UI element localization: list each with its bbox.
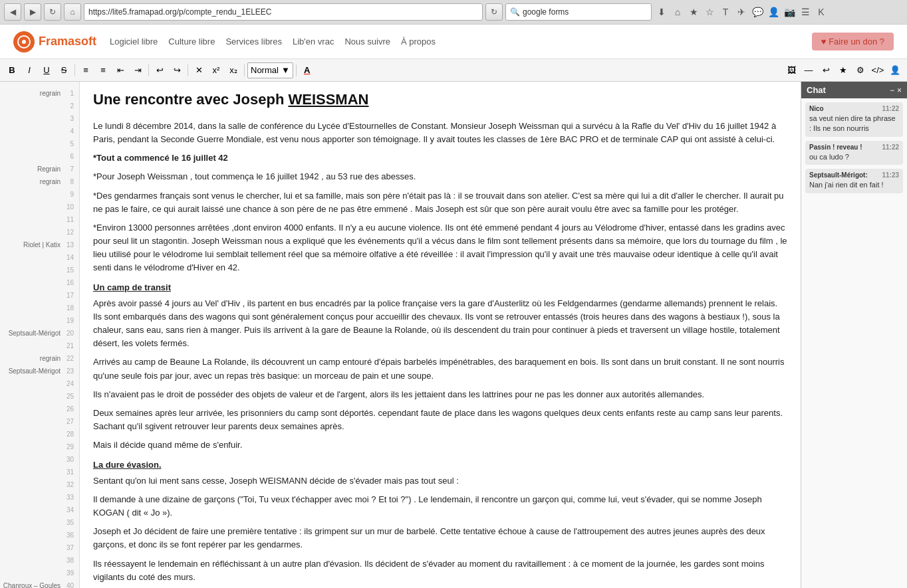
donate-button[interactable]: ♥ Faire un don ? [812, 33, 894, 50]
text-icon[interactable]: T [718, 5, 733, 19]
settings-button[interactable]: ⚙ [852, 62, 868, 78]
chat-messages: Nico11:22sa veut nien dire ta phrase : I… [801, 98, 907, 588]
refresh-button[interactable]: ↻ [44, 3, 61, 21]
chat-message-text: ou ca ludo ? [809, 152, 899, 162]
chat-message: Passin ! reveau !11:22ou ca ludo ? [805, 141, 903, 165]
indent-more-button[interactable]: ⇥ [130, 62, 146, 78]
unordered-list-button[interactable]: ≡ [95, 62, 111, 78]
chat-header: Chat − × [801, 82, 907, 98]
nav-services-libres[interactable]: Services libres [225, 37, 282, 47]
hr-button[interactable]: — [801, 62, 817, 78]
nav-lib-en-vrac[interactable]: Lib'en vrac [293, 37, 334, 47]
bold-button[interactable]: B [4, 62, 20, 78]
gutter-num: 24 [63, 380, 74, 387]
browser-icons: ⬇ ⌂ ★ ☆ T ✈ 💬 👤 📷 ☰ K [654, 5, 829, 19]
subscript-button[interactable]: x₂ [225, 62, 241, 78]
user-icon[interactable]: 👤 [766, 5, 781, 19]
gutter-line: 16 [3, 276, 76, 289]
gutter-num: 29 [63, 443, 74, 450]
browser-top-bar: ◀ ▶ ↻ ⌂ https://lite5.framapad.org/p/com… [0, 0, 907, 24]
star-button[interactable]: ★ [835, 62, 851, 78]
reload-button[interactable]: ↻ [485, 3, 503, 21]
gutter-num: 21 [63, 342, 74, 349]
gutter-num: 26 [63, 405, 74, 413]
gutter-line: 12 [3, 226, 76, 239]
gutter-num: 11 [63, 216, 74, 223]
gutter-line: Septsault-Mérigot20 [3, 327, 76, 340]
strikethrough-button[interactable]: S [56, 62, 72, 78]
separator-2 [148, 64, 149, 76]
forward-button[interactable]: ▶ [24, 3, 41, 21]
gutter-label: Regrain [37, 165, 61, 173]
gutter-line: 25 [3, 390, 76, 403]
gutter-num: 4 [63, 128, 74, 135]
camera-icon[interactable]: 📷 [782, 5, 797, 19]
gutter-line: 33 [3, 491, 76, 504]
doc-paragraph: *Pour Joseph Weissman , tout commença le… [93, 170, 787, 183]
address-bar[interactable]: https://lite5.framapad.org/p/compte_rend… [84, 3, 483, 21]
chat-icon[interactable]: 💬 [750, 5, 765, 19]
gutter-num: 13 [63, 241, 74, 248]
framasoft-nav: Logiciel libre Culture libre Services li… [110, 37, 812, 47]
underline-button[interactable]: U [39, 62, 55, 78]
link-button[interactable]: ↩ [818, 62, 834, 78]
nav-a-propos[interactable]: À propos [401, 37, 436, 47]
font-color-button[interactable]: A [299, 62, 315, 78]
gutter-line: 38 [3, 554, 76, 567]
doc-title: Une rencontre avec Joseph WEISSMAN [93, 88, 787, 110]
share-button[interactable]: 👤 [887, 62, 903, 78]
doc-paragraph: Le lundi 8 décembre 2014, dans la salle … [93, 120, 787, 146]
back-button[interactable]: ◀ [4, 3, 21, 21]
gutter-line: 18 [3, 302, 76, 314]
gutter-num: 31 [63, 468, 74, 476]
superscript-button[interactable]: x² [208, 62, 224, 78]
chat-minimize-button[interactable]: − [890, 86, 894, 95]
k-icon[interactable]: K [814, 5, 829, 19]
doc-paragraph: Deux semaines après leur arrivée, les pr… [93, 407, 787, 433]
doc-paragraph: Ils n'avaient pas le droit de posséder d… [93, 388, 787, 401]
gutter-line: Chanroux – Goules40 [3, 579, 76, 588]
gutter-num: 22 [63, 355, 74, 362]
style-dropdown[interactable]: Normal ▼ [247, 62, 293, 78]
menu-icon[interactable]: ☰ [798, 5, 813, 19]
gutter-line: 4 [3, 125, 76, 138]
gutter-num: 20 [63, 330, 74, 337]
gutter-line: 21 [3, 340, 76, 352]
doc-paragraph: Joseph et Jo décident de faire une premi… [93, 525, 787, 551]
indent-less-button[interactable]: ⇤ [112, 62, 128, 78]
gutter-line: 36 [3, 529, 76, 541]
gutter-num: 39 [63, 569, 74, 577]
download-icon[interactable]: ⬇ [654, 5, 669, 19]
image-button[interactable]: 🖼 [783, 62, 799, 78]
gutter-line: 10 [3, 201, 76, 213]
gutter-num: 28 [63, 431, 74, 438]
gutter-label: Septsault-Mérigot [9, 367, 61, 375]
clear-button[interactable]: ✕ [191, 62, 207, 78]
nav-culture-libre[interactable]: Culture libre [168, 37, 215, 47]
search-bar[interactable]: 🔍 google forms [505, 3, 652, 21]
gutter-num: 8 [63, 178, 74, 185]
gutter-num: 23 [63, 367, 74, 375]
star-icon[interactable]: ★ [686, 5, 701, 19]
chat-close-button[interactable]: × [897, 86, 902, 95]
nav-nous-suivre[interactable]: Nous suivre [344, 37, 390, 47]
nav-logiciel-libre[interactable]: Logiciel libre [110, 37, 158, 47]
gutter-line: 9 [3, 188, 76, 201]
doc-paragraph: Ils réessayent le lendemain en réfléchis… [93, 557, 787, 584]
code-button[interactable]: </> [870, 62, 886, 78]
bookmark-icon[interactable]: ☆ [702, 5, 717, 19]
doc-content[interactable]: Une rencontre avec Joseph WEISSMAN Le lu… [80, 82, 801, 588]
doc-paragraph: *Des gendarmes français sont venus le ch… [93, 189, 787, 216]
ordered-list-button[interactable]: ≡ [78, 62, 94, 78]
chat-message: Nico11:22sa veut nien dire ta phrase : I… [805, 102, 903, 137]
gutter-line: 37 [3, 541, 76, 554]
gutter-num: 25 [63, 393, 74, 400]
home-button[interactable]: ⌂ [64, 3, 81, 21]
logo-name: Framasoft [39, 35, 96, 49]
redo-button[interactable]: ↪ [169, 62, 185, 78]
italic-button[interactable]: I [21, 62, 37, 78]
send-icon[interactable]: ✈ [734, 5, 749, 19]
undo-button[interactable]: ↩ [152, 62, 168, 78]
gutter-label: Riolet | Katix [23, 241, 61, 248]
home-icon[interactable]: ⌂ [670, 5, 685, 19]
